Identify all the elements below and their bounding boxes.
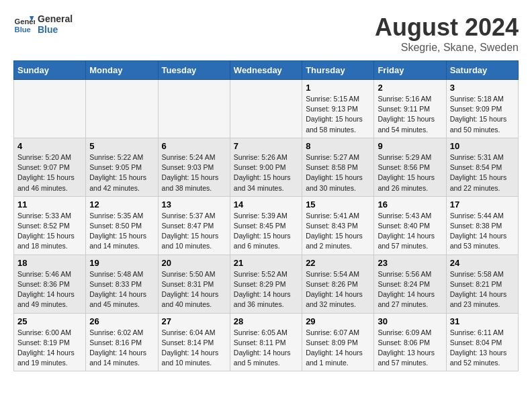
calendar-cell: 17Sunrise: 5:44 AM Sunset: 8:38 PM Dayli… — [446, 196, 518, 255]
day-info: Sunrise: 6:11 AM Sunset: 8:04 PM Dayligh… — [450, 328, 515, 369]
calendar-table: SundayMondayTuesdayWednesdayThursdayFrid… — [13, 60, 519, 371]
day-number: 29 — [306, 316, 370, 326]
week-row-5: 25Sunrise: 6:00 AM Sunset: 8:19 PM Dayli… — [14, 313, 519, 371]
day-number: 13 — [162, 199, 226, 210]
day-header-saturday: Saturday — [446, 61, 518, 80]
day-number: 18 — [17, 258, 82, 268]
calendar-cell: 10Sunrise: 5:31 AM Sunset: 8:54 PM Dayli… — [446, 138, 518, 196]
calendar-cell: 20Sunrise: 5:50 AM Sunset: 8:31 PM Dayli… — [158, 255, 230, 313]
day-number: 9 — [378, 141, 442, 151]
calendar-cell: 29Sunrise: 6:07 AM Sunset: 8:09 PM Dayli… — [302, 313, 374, 371]
week-row-1: 1Sunrise: 5:15 AM Sunset: 9:13 PM Daylig… — [14, 80, 519, 138]
calendar-cell: 14Sunrise: 5:39 AM Sunset: 8:45 PM Dayli… — [230, 196, 302, 255]
day-number: 7 — [234, 141, 298, 151]
day-header-tuesday: Tuesday — [158, 61, 230, 80]
day-number: 28 — [234, 316, 298, 326]
calendar-cell: 5Sunrise: 5:22 AM Sunset: 9:05 PM Daylig… — [86, 138, 158, 196]
day-info: Sunrise: 5:54 AM Sunset: 8:26 PM Dayligh… — [306, 269, 370, 310]
calendar-cell: 30Sunrise: 6:09 AM Sunset: 8:06 PM Dayli… — [374, 313, 446, 371]
day-info: Sunrise: 6:07 AM Sunset: 8:09 PM Dayligh… — [306, 328, 370, 369]
day-number: 27 — [162, 316, 226, 326]
day-info: Sunrise: 5:52 AM Sunset: 8:29 PM Dayligh… — [234, 269, 298, 310]
day-info: Sunrise: 5:39 AM Sunset: 8:45 PM Dayligh… — [234, 211, 298, 252]
day-info: Sunrise: 5:31 AM Sunset: 8:54 PM Dayligh… — [450, 152, 515, 193]
calendar-cell: 9Sunrise: 5:29 AM Sunset: 8:56 PM Daylig… — [374, 138, 446, 196]
day-info: Sunrise: 5:56 AM Sunset: 8:24 PM Dayligh… — [378, 269, 442, 310]
calendar-cell — [86, 80, 158, 138]
day-number: 5 — [89, 141, 154, 151]
week-row-3: 11Sunrise: 5:33 AM Sunset: 8:52 PM Dayli… — [14, 196, 519, 255]
logo: General Blue General Blue — [13, 13, 73, 35]
day-number: 6 — [162, 141, 226, 151]
calendar-cell: 13Sunrise: 5:37 AM Sunset: 8:47 PM Dayli… — [158, 196, 230, 255]
week-row-4: 18Sunrise: 5:46 AM Sunset: 8:36 PM Dayli… — [14, 255, 519, 313]
calendar-cell: 25Sunrise: 6:00 AM Sunset: 8:19 PM Dayli… — [14, 313, 86, 371]
calendar-cell: 19Sunrise: 5:48 AM Sunset: 8:33 PM Dayli… — [86, 255, 158, 313]
logo-icon: General Blue — [13, 13, 35, 35]
calendar-cell: 21Sunrise: 5:52 AM Sunset: 8:29 PM Dayli… — [230, 255, 302, 313]
day-number: 15 — [306, 199, 370, 210]
svg-text:Blue: Blue — [15, 26, 31, 34]
calendar-cell: 28Sunrise: 6:05 AM Sunset: 8:11 PM Dayli… — [230, 313, 302, 371]
calendar-cell: 23Sunrise: 5:56 AM Sunset: 8:24 PM Dayli… — [374, 255, 446, 313]
day-number: 26 — [89, 316, 154, 326]
day-info: Sunrise: 5:27 AM Sunset: 8:58 PM Dayligh… — [306, 152, 370, 193]
calendar-cell: 22Sunrise: 5:54 AM Sunset: 8:26 PM Dayli… — [302, 255, 374, 313]
day-number: 3 — [450, 83, 515, 93]
day-info: Sunrise: 5:18 AM Sunset: 9:09 PM Dayligh… — [450, 94, 515, 135]
day-header-thursday: Thursday — [302, 61, 374, 80]
day-info: Sunrise: 5:15 AM Sunset: 9:13 PM Dayligh… — [306, 94, 370, 135]
day-info: Sunrise: 5:33 AM Sunset: 8:52 PM Dayligh… — [17, 211, 82, 252]
week-row-2: 4Sunrise: 5:20 AM Sunset: 9:07 PM Daylig… — [14, 138, 519, 196]
day-number: 2 — [378, 83, 442, 93]
day-number: 4 — [17, 141, 82, 151]
calendar-cell: 1Sunrise: 5:15 AM Sunset: 9:13 PM Daylig… — [302, 80, 374, 138]
day-number: 12 — [89, 199, 154, 210]
day-info: Sunrise: 5:44 AM Sunset: 8:38 PM Dayligh… — [450, 211, 515, 252]
day-number: 10 — [450, 141, 515, 151]
day-number: 25 — [17, 316, 82, 326]
calendar-cell: 12Sunrise: 5:35 AM Sunset: 8:50 PM Dayli… — [86, 196, 158, 255]
day-info: Sunrise: 5:26 AM Sunset: 9:00 PM Dayligh… — [234, 152, 298, 193]
day-info: Sunrise: 5:35 AM Sunset: 8:50 PM Dayligh… — [89, 211, 154, 252]
day-number: 17 — [450, 199, 515, 210]
day-header-friday: Friday — [374, 61, 446, 80]
day-info: Sunrise: 6:05 AM Sunset: 8:11 PM Dayligh… — [234, 328, 298, 369]
page-header: General Blue General Blue August 2024 Sk… — [13, 13, 519, 54]
day-header-sunday: Sunday — [14, 61, 86, 80]
day-info: Sunrise: 5:16 AM Sunset: 9:11 PM Dayligh… — [378, 94, 442, 135]
day-info: Sunrise: 5:48 AM Sunset: 8:33 PM Dayligh… — [89, 269, 154, 310]
calendar-cell — [158, 80, 230, 138]
day-info: Sunrise: 5:41 AM Sunset: 8:43 PM Dayligh… — [306, 211, 370, 252]
day-info: Sunrise: 5:58 AM Sunset: 8:21 PM Dayligh… — [450, 269, 515, 310]
logo-text-line2: Blue — [38, 24, 73, 35]
calendar-cell: 11Sunrise: 5:33 AM Sunset: 8:52 PM Dayli… — [14, 196, 86, 255]
calendar-cell: 18Sunrise: 5:46 AM Sunset: 8:36 PM Dayli… — [14, 255, 86, 313]
day-number: 23 — [378, 258, 442, 268]
day-number: 31 — [450, 316, 515, 326]
day-info: Sunrise: 5:24 AM Sunset: 9:03 PM Dayligh… — [162, 152, 226, 193]
days-header-row: SundayMondayTuesdayWednesdayThursdayFrid… — [14, 61, 519, 80]
day-number: 30 — [378, 316, 442, 326]
day-number: 14 — [234, 199, 298, 210]
day-info: Sunrise: 6:02 AM Sunset: 8:16 PM Dayligh… — [89, 328, 154, 369]
calendar-cell — [14, 80, 86, 138]
calendar-cell: 8Sunrise: 5:27 AM Sunset: 8:58 PM Daylig… — [302, 138, 374, 196]
calendar-title: August 2024 — [375, 13, 519, 42]
day-number: 20 — [162, 258, 226, 268]
day-number: 21 — [234, 258, 298, 268]
calendar-cell: 7Sunrise: 5:26 AM Sunset: 9:00 PM Daylig… — [230, 138, 302, 196]
day-info: Sunrise: 5:50 AM Sunset: 8:31 PM Dayligh… — [162, 269, 226, 310]
day-number: 11 — [17, 199, 82, 210]
calendar-cell: 3Sunrise: 5:18 AM Sunset: 9:09 PM Daylig… — [446, 80, 518, 138]
day-info: Sunrise: 5:29 AM Sunset: 8:56 PM Dayligh… — [378, 152, 442, 193]
day-number: 1 — [306, 83, 370, 93]
title-area: August 2024 Skegrie, Skane, Sweden — [375, 13, 519, 54]
day-number: 8 — [306, 141, 370, 151]
day-header-monday: Monday — [86, 61, 158, 80]
day-header-wednesday: Wednesday — [230, 61, 302, 80]
calendar-subtitle: Skegrie, Skane, Sweden — [375, 42, 519, 54]
calendar-cell: 6Sunrise: 5:24 AM Sunset: 9:03 PM Daylig… — [158, 138, 230, 196]
day-info: Sunrise: 5:20 AM Sunset: 9:07 PM Dayligh… — [17, 152, 82, 193]
day-info: Sunrise: 6:04 AM Sunset: 8:14 PM Dayligh… — [162, 328, 226, 369]
